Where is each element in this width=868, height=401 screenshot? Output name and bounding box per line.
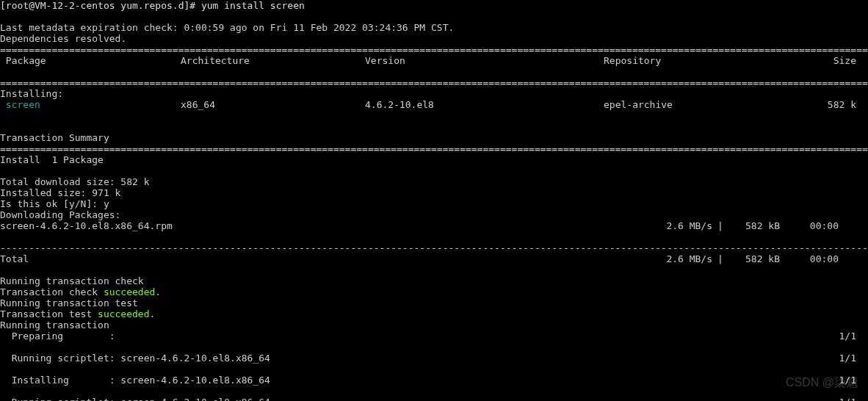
section-installing: Installing: [0,88,63,99]
metadata-check-line: Last metadata expiration check: 0:00:59 … [0,22,454,33]
rpm-download-row: screen-4.6.2-10.el8.x86_64.rpm2.6 MB/s|5… [0,220,868,231]
rpm-sep: | [712,220,728,231]
action-row: Running scriptlet: screen-4.6.2-10.el8.x… [0,353,868,364]
divider-line: ========================================… [0,44,868,55]
download-size-line: Total download size: 582 k [0,176,150,187]
total-row: Total2.6 MB/s|582 kB00:00 [0,253,868,264]
total-time: 00:00 [780,253,868,264]
cell-arch: x86_64 [181,99,365,110]
total-size: 582 kB [728,253,780,264]
test-result-line: Transaction test succeeded. [0,308,155,319]
cell-version: 4.6.2-10.el8 [365,99,604,110]
action-row: Installing : screen-4.6.2-10.el8.x86_641… [0,375,868,386]
transaction-summary-heading: Transaction Summary [0,132,109,143]
terminal-output[interactable]: [root@VM-12-2-centos yum.repos.d]# yum i… [0,0,868,401]
table-row: screenx86_644.6.2-10.el8epel-archive582 … [0,99,868,110]
rpm-name: screen-4.6.2-10.el8.x86_64.rpm [0,220,646,231]
action-progress: 1/1 [812,330,868,342]
command-text: yum install screen [201,0,305,11]
deps-resolved-line: Dependencies resolved. [0,33,126,44]
action-progress: 1/1 [812,353,868,364]
action-text: Preparing : [0,330,812,342]
cell-size: 582 k [812,99,868,110]
cell-repo: epel-archive [604,99,812,110]
col-header-package: Package [0,55,181,66]
table-header-row: PackageArchitectureVersionRepositorySize [0,55,868,66]
col-header-repo: Repository [604,55,812,66]
action-progress: 1/1 [812,397,868,401]
action-row: Preparing :1/1 [0,330,868,342]
col-header-arch: Architecture [181,55,365,66]
divider-line: ========================================… [0,77,868,88]
confirm-prompt-line: Is this ok [y/N]: y [0,198,109,209]
divider-line: ========================================… [0,143,868,154]
check-result-line: Transaction check succeeded. [0,286,161,297]
installed-size-line: Installed size: 971 k [0,187,120,198]
rpm-speed: 2.6 MB/s [646,220,712,231]
succeeded-word: succeeded [104,286,155,297]
running-check-line: Running transaction check [0,275,144,286]
downloading-line: Downloading Packages: [0,209,120,220]
succeeded-word: succeeded [98,308,149,319]
total-sep: | [712,253,728,264]
rpm-size: 582 kB [728,220,780,231]
rpm-time: 00:00 [780,220,868,231]
action-text: Running scriptlet: screen-4.6.2-10.el8.x… [0,397,812,401]
action-text: Installing : screen-4.6.2-10.el8.x86_64 [0,375,812,386]
col-header-size: Size [812,55,868,66]
action-row: Running scriptlet: screen-4.6.2-10.el8.x… [0,397,868,401]
dash-divider: ----------------------------------------… [0,242,868,253]
running-test-line: Running transaction test [0,297,138,308]
install-count-line: Install 1 Package [0,154,104,165]
col-header-version: Version [365,55,604,66]
action-progress: 1/1 [812,375,868,386]
total-speed: 2.6 MB/s [646,253,712,264]
running-transaction-line: Running transaction [0,319,109,330]
total-label: Total [0,253,646,264]
shell-prompt: [root@VM-12-2-centos yum.repos.d]# [0,0,195,11]
cell-package: screen [0,99,181,110]
action-text: Running scriptlet: screen-4.6.2-10.el8.x… [0,353,812,364]
